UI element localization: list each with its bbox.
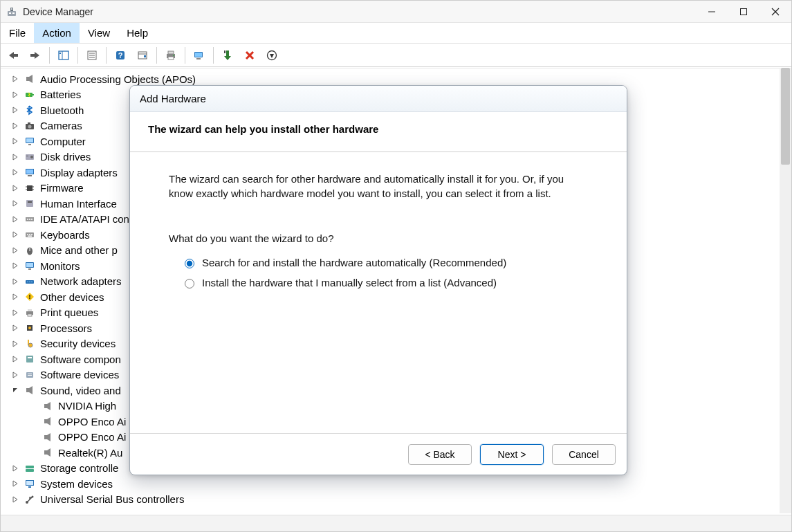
svg-marker-33 <box>224 56 231 60</box>
svg-rect-40 <box>26 77 29 81</box>
nav-forward-button[interactable] <box>25 46 46 65</box>
expand-icon[interactable] <box>12 185 21 192</box>
svg-marker-77 <box>13 232 17 237</box>
tree-node-label: Software compon <box>40 354 121 365</box>
expand-icon[interactable] <box>12 169 21 176</box>
menu-view[interactable]: View <box>80 23 118 43</box>
expand-icon[interactable] <box>12 138 21 145</box>
expand-icon[interactable] <box>12 356 21 363</box>
keyboard-icon <box>24 228 36 241</box>
action-button[interactable] <box>132 46 153 65</box>
add-hardware-dialog: Add Hardware The wizard can help you ins… <box>129 85 627 475</box>
svg-rect-101 <box>28 314 32 316</box>
radio-manual-input[interactable] <box>185 279 194 288</box>
uninstall-button[interactable] <box>239 46 260 65</box>
expand-icon[interactable] <box>12 154 21 160</box>
svg-point-104 <box>28 327 31 329</box>
expand-icon[interactable] <box>12 496 21 503</box>
print-button[interactable] <box>160 46 181 65</box>
expand-icon[interactable] <box>12 91 21 98</box>
tree-node-label: Bluetooth <box>40 104 84 116</box>
menu-action[interactable]: Action <box>34 23 80 43</box>
svg-marker-47 <box>13 123 17 129</box>
dialog-description: The wizard can search for other hardware… <box>169 172 588 201</box>
tree-node-label: Firmware <box>40 182 84 194</box>
expand-icon[interactable] <box>12 247 21 254</box>
minimize-button[interactable] <box>696 1 728 23</box>
cancel-button[interactable]: Cancel <box>552 444 616 465</box>
expand-icon[interactable] <box>12 293 21 300</box>
svg-rect-89 <box>28 268 31 270</box>
svg-marker-69 <box>13 201 17 206</box>
svg-rect-1 <box>9 12 11 14</box>
expand-icon[interactable] <box>12 262 21 269</box>
expand-icon[interactable] <box>12 340 21 347</box>
tree-node-label: Monitors <box>40 260 80 272</box>
expand-icon[interactable] <box>12 107 21 113</box>
svg-point-57 <box>30 156 33 158</box>
back-button[interactable]: < Back <box>408 444 472 465</box>
expand-icon[interactable] <box>12 278 21 285</box>
svg-rect-2 <box>12 12 15 14</box>
svg-rect-100 <box>28 309 32 311</box>
radio-option-manual[interactable]: Install the hardware that I manually sel… <box>181 275 588 290</box>
svg-rect-80 <box>29 234 30 235</box>
vertical-scrollbar[interactable] <box>780 68 791 513</box>
svg-point-136 <box>32 495 34 497</box>
dialog-prompt: What do you want the wizard to do? <box>169 231 588 246</box>
expand-icon[interactable] <box>12 465 21 472</box>
svg-rect-131 <box>26 481 33 485</box>
close-button[interactable] <box>759 1 791 23</box>
speaker-icon <box>42 446 54 459</box>
network-icon <box>24 275 36 288</box>
svg-marker-39 <box>13 76 17 82</box>
svg-marker-38 <box>270 54 274 58</box>
svg-rect-58 <box>26 156 28 156</box>
disk-icon <box>24 151 36 163</box>
usb-icon <box>24 493 36 506</box>
expand-icon[interactable] <box>12 75 21 82</box>
expand-icon[interactable] <box>12 216 21 223</box>
expand-icon[interactable] <box>12 324 21 331</box>
add-driver-button[interactable] <box>217 46 238 65</box>
svg-rect-12 <box>30 54 35 57</box>
tree-node-label: Mice and other p <box>40 244 118 256</box>
tree-node[interactable]: Universal Serial Bus controllers <box>12 492 791 508</box>
svg-marker-55 <box>13 154 17 160</box>
expand-icon[interactable] <box>12 480 21 487</box>
maximize-button[interactable] <box>728 1 759 23</box>
show-hide-tree-button[interactable] <box>53 46 74 65</box>
svg-text:!: ! <box>29 293 31 300</box>
svg-marker-111 <box>13 372 17 378</box>
tree-node[interactable]: System devices <box>12 476 791 492</box>
collapse-icon[interactable] <box>12 387 21 394</box>
radio-option-auto[interactable]: Search for and install the hardware auto… <box>181 255 588 270</box>
scan-hardware-button[interactable] <box>189 46 210 65</box>
svg-rect-124 <box>44 450 47 455</box>
bluetooth-icon <box>24 104 36 116</box>
menu-help[interactable]: Help <box>118 23 156 43</box>
nav-back-button[interactable] <box>3 46 24 65</box>
svg-rect-81 <box>31 234 33 235</box>
expand-icon[interactable] <box>12 200 21 207</box>
svg-marker-117 <box>29 386 33 394</box>
svg-rect-31 <box>196 58 201 59</box>
svg-marker-51 <box>13 138 17 144</box>
battery-icon <box>24 89 36 101</box>
next-button[interactable]: Next > <box>480 444 544 465</box>
hid-icon <box>24 197 36 210</box>
tree-node-label: Other devices <box>40 291 104 303</box>
radio-auto-input[interactable] <box>185 259 194 268</box>
expand-icon[interactable] <box>12 122 21 129</box>
menu-file[interactable]: File <box>1 23 34 43</box>
properties-button[interactable] <box>82 46 102 65</box>
expand-icon[interactable] <box>12 309 21 316</box>
scrollbar-thumb[interactable] <box>781 68 790 165</box>
tree-node-label: Security devices <box>40 338 116 349</box>
expand-icon[interactable] <box>12 231 21 238</box>
expand-icon[interactable] <box>12 372 21 378</box>
update-driver-button[interactable] <box>261 46 282 65</box>
dialog-footer: < Back Next > Cancel <box>130 433 627 475</box>
help-button[interactable]: ? <box>110 46 131 65</box>
dialog-body: The wizard can search for other hardware… <box>130 152 627 290</box>
